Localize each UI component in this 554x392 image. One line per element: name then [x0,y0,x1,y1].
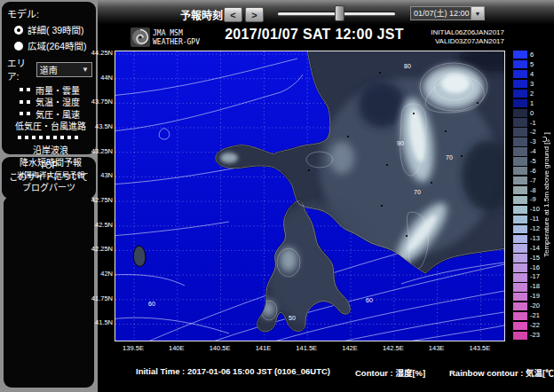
bullet-icon [27,100,30,104]
sidebar-links-panel: TOPこのサイトについてブログパーツ [2,157,96,199]
model-option-label: 詳細( 39時間) [28,23,84,36]
bullet-icon [75,136,78,139]
colorbar-cell [513,235,527,243]
colorbar-title: Temperature at 1.5m above ground [℃] [541,51,552,340]
sidebar-dots-row [7,132,92,144]
sidebar-menu-item[interactable]: 気温・湿度 [7,97,92,108]
colorbar-cell [513,293,527,301]
colorbar-cell [513,157,527,165]
colorbar-cell [513,196,527,204]
lon-axis-label: 141E [245,344,281,352]
typhoon-logo-icon [131,27,150,47]
bullet-icon [25,136,28,139]
radio-icon[interactable] [14,26,23,35]
model-option[interactable]: 詳細( 39時間) [14,23,92,36]
slider-thumb[interactable] [335,5,344,21]
model-option[interactable]: 広域(264時間) [14,39,92,52]
model-label: モデル: [7,6,92,20]
colorbar-cell [513,128,527,136]
colorbar-cell [513,216,527,223]
svg-text:70: 70 [446,154,453,161]
lon-axis-label: 141.5E [289,344,324,352]
lon-axis-label: 142E [332,344,368,352]
colorbar-cell [513,302,527,310]
colorbar-cell [513,60,527,68]
area-label: エリア: [7,56,34,82]
colorbar-cell [513,80,527,88]
bullet-icon [53,136,57,139]
sidebar-menu-item[interactable]: 雨量・雲量 [7,84,92,96]
bullet-icon [67,136,71,139]
sidebar-menu-item[interactable]: 低気圧・台風進路 [7,121,92,132]
select-arrow-icon: ▼ [471,7,484,20]
model-option-label: 広域(264時間) [28,39,87,52]
colorbar-cell [513,147,527,155]
initial-text: INITIAL06Z06JAN2017 [398,28,504,37]
bullet-icon [20,88,23,91]
colorbar-cell [513,332,527,340]
lon-axis-label: 143.5E [462,344,497,352]
svg-text:90: 90 [397,140,404,146]
area-select-value: 道南 [40,63,58,76]
colorbar [513,51,527,340]
footer-contour: Contour : 湿度[%] [355,366,425,379]
colorbar-cell [513,225,527,233]
sidebar-menu-item[interactable]: 気圧・風速 [7,108,92,120]
colorbar-cell [513,109,527,117]
footer-rainbow-contour: Rainbow contour : 気温[℃] [449,366,554,379]
init-valid-text: INITIAL06Z06JAN2017 VALID03Z07JAN2017 [398,28,504,45]
colorbar-cell [513,206,527,214]
sidebar-menu-item[interactable]: 沿岸波浪 [7,145,92,156]
sidebar-link[interactable]: このサイトについて [2,172,96,184]
lon-axis-label: 140.5E [202,344,238,352]
footer-initial-time: Initial Time : 2017-01-06 15:00 JST (010… [136,366,330,376]
map-title: 2017/01/07 SAT 12:00 JST [211,27,417,43]
prev-time-button[interactable]: < [224,7,242,22]
svg-text:60: 60 [148,301,155,307]
sidebar-panel-model: モデル: 詳細( 39時間)広域(264時間) エリア: 道南 ▼ 雨量・雲量気… [2,2,96,154]
svg-text:50: 50 [289,315,296,321]
lon-axis-label: 143E [419,344,455,352]
colorbar-cell [513,186,527,194]
bullet-icon [20,100,23,104]
bullet-icon [60,136,64,139]
colorbar-cell [513,51,527,59]
sidebar: モデル: 詳細( 39時間)広域(264時間) エリア: 道南 ▼ 雨量・雲量気… [0,0,98,392]
main-area: 予報時刻 < > 01/07(土) 12:00 ▼ JMA MSM WEATHE… [98,0,554,392]
bullet-icon [46,136,50,139]
forecast-time-toolbar: 予報時刻 < > 01/07(土) 12:00 ▼ [98,0,554,25]
colorbar-cell [513,167,527,175]
time-select[interactable]: 01/07(土) 12:00 ▼ [410,6,485,20]
svg-text:80: 80 [404,63,411,69]
colorbar-cell [513,70,527,78]
next-time-button[interactable]: > [245,7,264,22]
colorbar-cell [513,176,527,184]
chevron-down-icon: ▼ [82,66,89,74]
time-select-value: 01/07(土) 12:00 [411,7,471,20]
weather-map-plot: 80907070605060 [115,51,505,341]
model-options: 詳細( 39時間)広域(264時間) [7,23,92,52]
colorbar-cell [513,118,527,126]
sidebar-panel-bottom [4,196,94,388]
lon-axis-label: 140E [159,344,194,352]
colorbar-cell [513,273,527,281]
colorbar-cell [513,244,527,252]
colorbar-cell [513,254,527,262]
svg-text:70: 70 [414,189,421,195]
svg-text:60: 60 [366,297,373,303]
bullet-icon [18,136,21,139]
colorbar-cell [513,322,527,330]
logo-text: JMA MSM WEATHER-GPV [153,29,200,46]
lon-axis-label: 139.5E [115,344,151,352]
colorbar-cell [513,137,527,145]
radio-icon[interactable] [14,42,23,51]
lon-axis-label: 142.5E [376,344,411,352]
sidebar-link[interactable]: ブログパーツ [2,183,96,194]
valid-text: VALID03Z07JAN2017 [398,37,504,46]
bullet-icon [27,112,30,115]
weather-map-svg: 80907070605060 [115,51,504,341]
area-row: エリア: 道南 ▼ [7,56,92,82]
bullet-icon [20,112,23,115]
bullet-icon [39,136,43,139]
area-select[interactable]: 道南 ▼ [36,62,92,77]
